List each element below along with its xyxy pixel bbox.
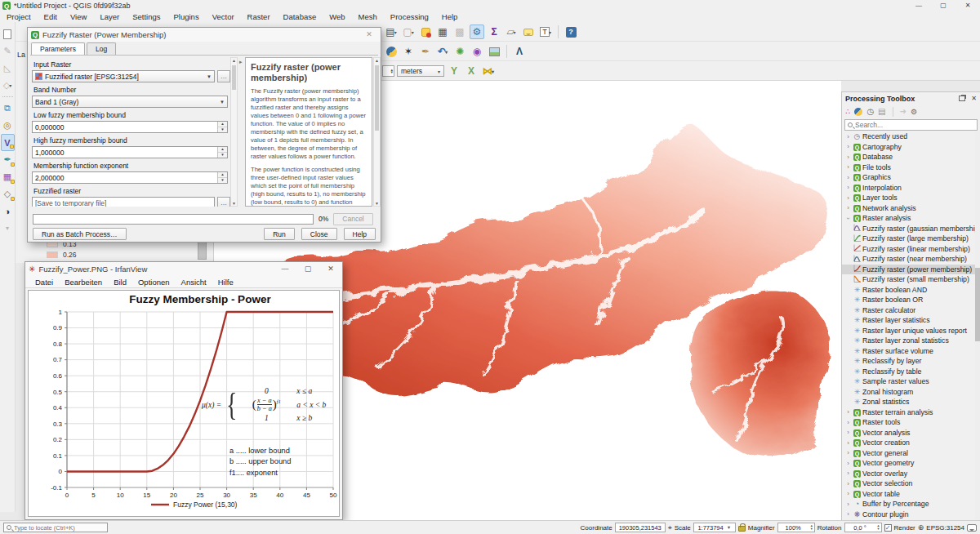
options-icon[interactable]: ⚙	[911, 108, 917, 116]
iv-menu-item-optionen[interactable]: Optionen	[132, 278, 176, 287]
node-tool-icon[interactable]: ◇▾	[1, 77, 15, 94]
attribute-table-icon[interactable]: ▦	[435, 24, 450, 39]
minimize-button[interactable]: —	[906, 0, 931, 11]
history-icon[interactable]: ◷	[866, 107, 874, 116]
legend-item[interactable]: 0.26	[16, 249, 213, 260]
lock-scale-icon[interactable]	[738, 526, 746, 532]
scroll-down-icon[interactable]: ▼	[374, 201, 380, 206]
chevron-right-icon[interactable]: ›	[844, 480, 852, 487]
data-source-manager-icon[interactable]: ⧉	[1, 100, 15, 117]
locate-input[interactable]	[14, 524, 105, 532]
toolbox-item-raster-tools[interactable]: ›QRaster tools	[842, 417, 975, 428]
exponent-stepper[interactable]: 2,000000 ▲▼	[32, 171, 228, 184]
style-manager-icon[interactable]: ◑	[1, 202, 15, 220]
toolbar-overflow-icon[interactable]: ▾	[1, 220, 15, 237]
toolbox-item-reclassify-by-table[interactable]: ✳Reclassify by table	[842, 367, 975, 377]
toolbox-item-fuzzify-raster-gaussian-membership[interactable]: Fuzzify raster (gaussian membership)	[842, 224, 975, 234]
new-mesh-layer-icon[interactable]: ▦	[1, 168, 15, 185]
close-panel-icon[interactable]: ✕	[971, 95, 977, 102]
collapse-help-icon[interactable]: ▸	[239, 59, 243, 65]
chevron-right-icon[interactable]: ›	[844, 133, 852, 140]
tab-log[interactable]: Log	[87, 42, 116, 56]
menu-item-edit[interactable]: Edit	[38, 12, 64, 21]
chevron-right-icon[interactable]: ›	[844, 490, 852, 497]
input-raster-select[interactable]: Fuzzified raster [EPSG:31254] ▼	[32, 70, 215, 82]
ruler-triangle-icon[interactable]: ◺	[1, 60, 15, 77]
float-panel-icon[interactable]	[959, 96, 965, 101]
scroll-up-icon[interactable]: ▲	[231, 58, 237, 63]
chevron-right-icon[interactable]: ›	[844, 184, 852, 191]
rotation-stepper[interactable]: 0,0 °▲▼	[844, 523, 882, 532]
locate-box[interactable]	[3, 523, 108, 532]
toolbox-item-cartography[interactable]: ›QCartography	[842, 142, 975, 153]
parameters-scrollbar[interactable]: ▲ ▼	[230, 57, 238, 207]
toolbox-item-raster-calculator[interactable]: ✳Raster calculator	[842, 305, 975, 316]
menu-item-web[interactable]: Web	[323, 12, 351, 21]
snapping-y-icon[interactable]: Y	[447, 64, 461, 78]
toolbox-item-graphics[interactable]: ›QGraphics	[842, 172, 975, 183]
chevron-right-icon[interactable]: ›	[844, 154, 852, 161]
new-shapefile-layer-icon[interactable]: V	[1, 134, 15, 151]
scroll-up-icon[interactable]: ▲	[374, 58, 380, 63]
new-geopackage-layer-icon[interactable]: ✒	[1, 151, 15, 168]
toolbox-item-raster-surface-volume[interactable]: ✳Raster surface volume	[842, 346, 975, 357]
crs-value[interactable]: EPSG:31254	[926, 524, 964, 532]
chevron-right-icon[interactable]: ›	[844, 469, 852, 477]
iv-menu-item-bearbeiten[interactable]: Bearbeiten	[59, 278, 108, 287]
batch-process-button[interactable]: Run as Batch Process…	[33, 228, 127, 240]
map-tips-icon[interactable]	[521, 24, 536, 39]
magnifier-stepper[interactable]: 100%▲▼	[777, 523, 815, 532]
menu-item-raster[interactable]: Raster	[241, 12, 277, 21]
toolbox-search[interactable]	[844, 119, 978, 131]
snapping-x-icon[interactable]: X	[464, 64, 479, 78]
stepper-arrows-icon[interactable]: ▲▼	[217, 147, 227, 158]
close-button[interactable]: ✕	[956, 0, 980, 11]
chevron-right-icon[interactable]: ›	[844, 429, 852, 436]
tab-parameters[interactable]: Parameters	[31, 42, 85, 56]
menu-item-database[interactable]: Database	[277, 12, 323, 21]
toolbox-python-icon[interactable]	[854, 108, 862, 116]
menu-item-project[interactable]: Project	[0, 12, 38, 21]
chevron-down-icon[interactable]: ›	[844, 215, 852, 222]
toolbox-item-interpolation[interactable]: ›QInterpolation	[842, 183, 975, 194]
field-calculator-icon[interactable]: ▩	[452, 24, 467, 39]
chevron-right-icon[interactable]: ›	[844, 194, 852, 202]
plugin-green-icon[interactable]: ✺	[452, 44, 467, 59]
toolbox-item-raster-boolean-and[interactable]: ✳Raster boolean AND	[842, 285, 975, 296]
snapping-intersection-icon[interactable]: ⋈▾	[481, 64, 496, 78]
toolbox-scrollbar[interactable]	[975, 131, 980, 520]
iv-menu-item-ansicht[interactable]: Ansicht	[176, 278, 212, 287]
toolbox-item-raster-layer-unique-values-report[interactable]: ✳Raster layer unique values report	[842, 326, 975, 336]
iv-maximize-button[interactable]: ▢	[296, 262, 319, 276]
iv-minimize-button[interactable]: —	[274, 262, 296, 276]
toolbox-item-vector-creation[interactable]: ›QVector creation	[842, 438, 975, 448]
snapping-tolerance-stepper[interactable]: ▴▾	[382, 65, 394, 77]
new-page-icon[interactable]	[1, 25, 15, 42]
edit-pencil-icon[interactable]: ✎	[1, 42, 15, 60]
output-file-field[interactable]: [Save to temporary file]	[32, 197, 215, 207]
chevron-right-icon[interactable]: ›	[844, 439, 852, 447]
high-bound-stepper[interactable]: 1,000000 ▲▼	[32, 146, 228, 158]
toolbox-item-buffer-by-percentage[interactable]: ›◔Buffer by Percentage	[842, 499, 975, 510]
statistics-summary-icon[interactable]: Σ	[487, 24, 501, 39]
chevron-right-icon[interactable]: ›	[844, 460, 852, 467]
maximize-button[interactable]: ▢	[931, 0, 956, 11]
crs-icon[interactable]: ⊕	[918, 523, 924, 532]
help-button[interactable]: Help	[344, 228, 376, 240]
toolbox-item-contour-plugin[interactable]: ›❋Contour plugin	[842, 510, 975, 520]
dialog-close-icon[interactable]: ✕	[358, 28, 381, 42]
stepper-arrows-icon[interactable]: ▲▼	[217, 122, 227, 132]
plugin-purple-icon[interactable]: ◉	[470, 44, 484, 59]
menu-item-vector[interactable]: Vector	[206, 12, 241, 21]
lambda-plugin-icon[interactable]: Λ	[512, 44, 527, 59]
menu-item-processing[interactable]: Processing	[384, 12, 435, 21]
georeferencer-icon[interactable]	[487, 44, 501, 59]
toolbox-item-raster-layer-statistics[interactable]: ✳Raster layer statistics	[842, 315, 975, 326]
chevron-right-icon[interactable]: ›	[844, 204, 852, 211]
messages-icon[interactable]	[967, 524, 977, 532]
chevron-right-icon[interactable]: ›	[844, 163, 852, 171]
toolbox-item-raster-boolean-or[interactable]: ✳Raster boolean OR	[842, 295, 975, 305]
chevron-right-icon[interactable]: ›	[844, 419, 852, 426]
cancel-button[interactable]: Cancel	[333, 213, 372, 225]
band-number-select[interactable]: Band 1 (Gray) ▼	[32, 96, 228, 108]
